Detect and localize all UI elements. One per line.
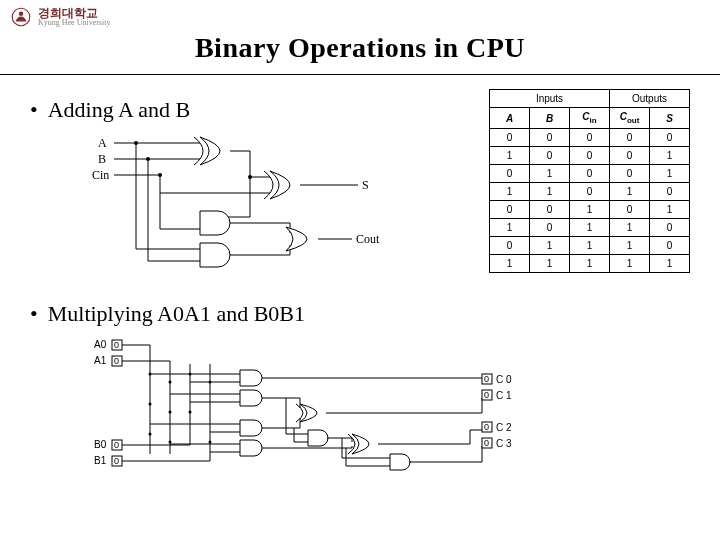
- table-cell: 1: [610, 255, 650, 273]
- table-col-B: B: [530, 108, 570, 129]
- svg-text:0: 0: [484, 390, 489, 400]
- table-cell: 1: [490, 147, 530, 165]
- table-group-inputs: Inputs: [490, 90, 610, 108]
- table-cell: 1: [650, 165, 690, 183]
- table-cell: 0: [490, 201, 530, 219]
- table-cell: 1: [570, 237, 610, 255]
- table-cell: 1: [650, 255, 690, 273]
- svg-point-42: [149, 402, 152, 405]
- table-cell: 0: [570, 129, 610, 147]
- table-cell: 0: [650, 129, 690, 147]
- slide-title: Binary Operations in CPU: [0, 32, 720, 64]
- table-group-outputs: Outputs: [610, 90, 690, 108]
- bullet-adder-text: Adding A and B: [48, 97, 190, 123]
- svg-text:0: 0: [484, 422, 489, 432]
- table-row: 00000: [490, 129, 690, 147]
- table-cell: 1: [650, 147, 690, 165]
- label-b: B: [98, 152, 106, 166]
- label-a: A: [98, 136, 107, 150]
- table-cell: 1: [490, 183, 530, 201]
- table-cell: 1: [570, 219, 610, 237]
- table-cell: 0: [610, 129, 650, 147]
- full-adder-truth-table: Inputs Outputs ABCinCoutS 00000100010100…: [489, 89, 690, 273]
- table-cell: 0: [650, 219, 690, 237]
- table-cell: 0: [530, 147, 570, 165]
- table-cell: 1: [570, 201, 610, 219]
- table-cell: 0: [530, 219, 570, 237]
- table-cell: 1: [650, 201, 690, 219]
- table-cell: 0: [570, 147, 610, 165]
- table-col-Cin: Cin: [570, 108, 610, 129]
- bullet-mult: • Multiplying A0A1 and B0B1: [30, 301, 690, 327]
- bullet-dot: •: [30, 301, 38, 327]
- table-cell: 0: [610, 201, 650, 219]
- svg-text:0: 0: [484, 374, 489, 384]
- svg-point-9: [158, 173, 162, 177]
- label-a1: A1: [94, 355, 107, 366]
- table-row: 11111: [490, 255, 690, 273]
- table-cell: 0: [570, 165, 610, 183]
- table-cell: 0: [610, 147, 650, 165]
- svg-point-45: [169, 410, 172, 413]
- table-row: 01001: [490, 165, 690, 183]
- label-a0: A0: [94, 339, 107, 350]
- svg-point-1: [19, 12, 23, 16]
- table-cell: 0: [530, 129, 570, 147]
- full-adder-circuit: A B Cin S: [90, 129, 390, 279]
- university-name-en: Kyung Hee University: [38, 19, 110, 27]
- table-cell: 0: [570, 183, 610, 201]
- table-cell: 1: [570, 255, 610, 273]
- table-cell: 1: [490, 255, 530, 273]
- table-row: 11010: [490, 183, 690, 201]
- svg-text:0: 0: [484, 438, 489, 448]
- table-cell: 0: [610, 165, 650, 183]
- label-c3: C 3: [496, 438, 512, 449]
- table-cell: 0: [530, 201, 570, 219]
- table-cell: 0: [490, 237, 530, 255]
- bullet-mult-text: Multiplying A0A1 and B0B1: [48, 301, 305, 327]
- svg-point-43: [149, 432, 152, 435]
- table-cell: 0: [490, 165, 530, 183]
- university-logo: [10, 6, 32, 28]
- label-c0: C 0: [496, 374, 512, 385]
- table-cell: 1: [530, 237, 570, 255]
- table-cell: 1: [610, 183, 650, 201]
- table-row: 01110: [490, 237, 690, 255]
- table-cell: 0: [650, 237, 690, 255]
- zero-a0: 0: [114, 340, 119, 350]
- label-s: S: [362, 178, 369, 192]
- table-cell: 0: [650, 183, 690, 201]
- bullet-dot: •: [30, 97, 38, 123]
- svg-point-46: [169, 440, 172, 443]
- label-b1: B1: [94, 455, 107, 466]
- label-c1: C 1: [496, 390, 512, 401]
- svg-point-44: [169, 380, 172, 383]
- label-cin: Cin: [92, 168, 109, 182]
- label-c2: C 2: [496, 422, 512, 433]
- table-row: 10110: [490, 219, 690, 237]
- table-cell: 1: [530, 255, 570, 273]
- zero-b0: 0: [114, 440, 119, 450]
- label-cout: Cout: [356, 232, 380, 246]
- table-col-Cout: Cout: [610, 108, 650, 129]
- table-cell: 0: [490, 129, 530, 147]
- table-row: 10001: [490, 147, 690, 165]
- table-cell: 1: [530, 165, 570, 183]
- table-col-A: A: [490, 108, 530, 129]
- table-cell: 1: [610, 219, 650, 237]
- table-cell: 1: [610, 237, 650, 255]
- svg-point-50: [209, 440, 212, 443]
- table-cell: 1: [490, 219, 530, 237]
- table-cell: 1: [530, 183, 570, 201]
- label-b0: B0: [94, 439, 107, 450]
- svg-point-48: [189, 410, 192, 413]
- slide-header: 경희대학교 Kyung Hee University: [0, 0, 720, 28]
- table-col-S: S: [650, 108, 690, 129]
- zero-a1: 0: [114, 356, 119, 366]
- zero-b1: 0: [114, 456, 119, 466]
- multiplier-circuit: A0 0 A1 0 B0 0 B1 0: [90, 334, 530, 484]
- table-row: 00101: [490, 201, 690, 219]
